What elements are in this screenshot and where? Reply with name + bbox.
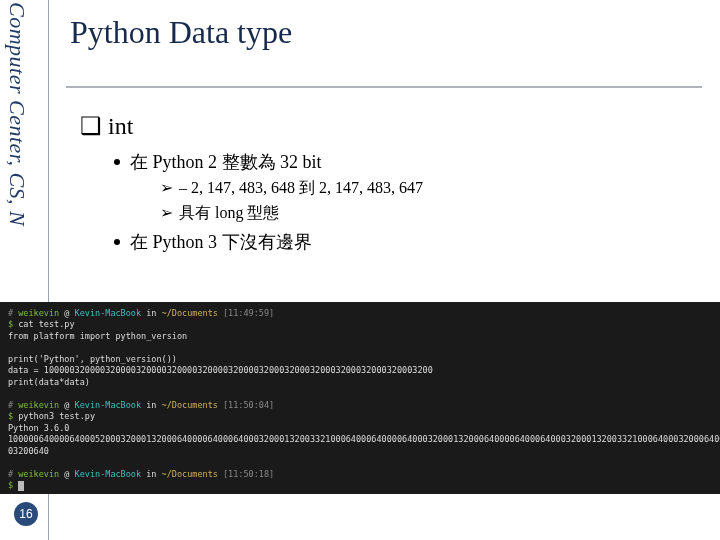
arrow-icon: ➢ [160, 179, 173, 196]
subbullet-range: ➢– 2, 147, 483, 648 到 2, 147, 483, 647 [160, 178, 700, 199]
bullet-py3: 在 Python 3 下沒有邊界 [114, 230, 700, 254]
terminal-screenshot: # weikevin @ Kevin-MacBook in ~/Document… [0, 302, 720, 494]
slide: Computer Center, CS, N Python Data type … [0, 0, 720, 540]
bullet-py2: 在 Python 2 整數為 32 bit [114, 150, 700, 174]
content-area: ❑ int 在 Python 2 整數為 32 bit ➢– 2, 147, 4… [80, 112, 700, 254]
page-number: 16 [14, 502, 38, 526]
section-heading: ❑ int [80, 112, 700, 140]
section-label: int [108, 113, 133, 139]
horizontal-rule [66, 86, 702, 88]
dot-icon [114, 159, 120, 165]
cursor-icon [18, 481, 24, 491]
arrow-icon: ➢ [160, 204, 173, 221]
slide-title: Python Data type [70, 14, 292, 51]
sidebar-institution: Computer Center, CS, N [4, 2, 30, 226]
square-bullet-icon: ❑ [80, 112, 102, 139]
dot-icon [114, 239, 120, 245]
subbullet-long: ➢具有 long 型態 [160, 203, 700, 224]
